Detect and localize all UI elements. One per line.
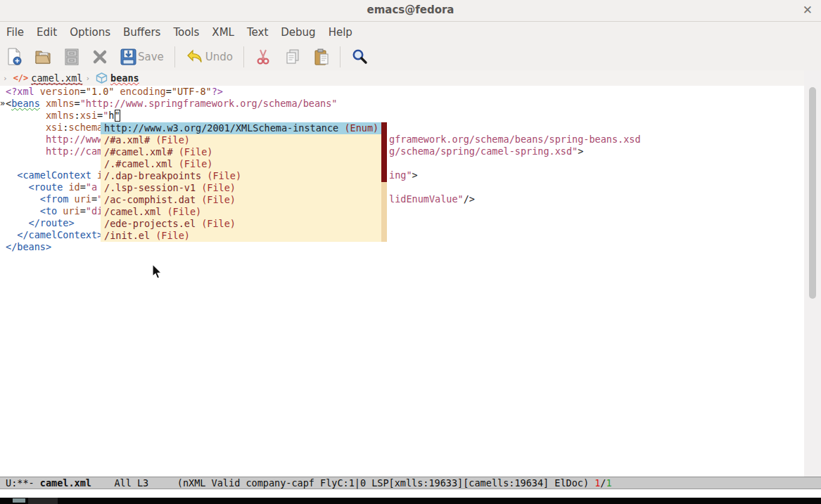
new-file-icon: [6, 48, 22, 66]
search-button[interactable]: [345, 45, 374, 69]
scrollbar-thumb[interactable]: [809, 87, 816, 299]
toolbar: Save Undo: [0, 44, 821, 71]
mode-line[interactable]: U:**- camel.xml All L3 (nXML Valid compa…: [0, 477, 821, 489]
completion-annotation: (File): [201, 182, 236, 193]
menu-item-file[interactable]: File: [0, 22, 30, 39]
menu-item-debug[interactable]: Debug: [274, 22, 322, 39]
popup-scrollbar[interactable]: [381, 122, 387, 242]
completion-annotation: (Enum): [344, 122, 378, 134]
search-icon: [351, 49, 368, 65]
undo-label: Undo: [205, 51, 233, 63]
title-bar: emacs@fedora ✕: [0, 0, 821, 22]
copy-pages-icon: [284, 49, 301, 65]
menu-item-text[interactable]: Text: [241, 22, 274, 39]
completion-popup: http://www.w3.org/2001/XMLSchema-instanc…: [101, 122, 387, 242]
code-line: xmlns:xsi="h": [0, 110, 804, 122]
cube-icon: [96, 72, 108, 84]
clipboard-paste-icon: [314, 49, 329, 65]
file-cabinet-icon: [64, 49, 79, 65]
scissors-icon: [255, 49, 272, 65]
window-title: emacs@fedora: [0, 4, 821, 16]
xml-file-icon: </>: [13, 73, 29, 83]
menu-item-edit[interactable]: Edit: [30, 22, 63, 39]
menu-item-tools[interactable]: Tools: [167, 22, 205, 39]
vertical-scrollbar[interactable]: [804, 70, 821, 480]
open-file-button[interactable]: [28, 45, 58, 69]
close-buffer-button[interactable]: [86, 45, 114, 69]
toolbar-separator: [340, 46, 341, 67]
paste-button[interactable]: [307, 45, 336, 69]
completion-annotation: (File): [155, 134, 190, 146]
code-fragment: gframework.org/schema/beans/spring-beans…: [389, 134, 641, 146]
desktop-fragment: [13, 498, 25, 503]
code-line: </beans>: [0, 241, 804, 253]
completion-item[interactable]: http://www.w3.org/2001/XMLSchema-instanc…: [101, 122, 387, 134]
completion-item[interactable]: /#a.xml# (File): [101, 134, 387, 146]
toolbar-separator: [174, 46, 175, 67]
toolbar-separator: [243, 46, 244, 67]
save-label: Save: [138, 51, 164, 63]
completion-item[interactable]: /.dap-breakpoints (File): [101, 170, 387, 182]
code-fragment: lidEnumValue"/>: [389, 193, 475, 205]
completion-annotation: (File): [201, 194, 236, 205]
breadcrumb-chevron-icon: ›: [85, 74, 90, 83]
code-fragment: ing">: [389, 169, 418, 181]
completion-item[interactable]: /#camel.xml# (File): [101, 146, 387, 158]
completion-item[interactable]: /init.el (File): [101, 230, 387, 242]
save-button[interactable]: Save: [114, 45, 170, 69]
completion-item[interactable]: /.#camel.xml (File): [101, 158, 387, 170]
completion-annotation: (File): [207, 170, 241, 181]
text-cursor: ": [115, 110, 120, 122]
completion-item[interactable]: /.lsp-session-v1 (File): [101, 182, 387, 194]
close-x-icon: [92, 49, 108, 65]
completion-annotation: (File): [167, 206, 201, 217]
completion-annotation: (File): [179, 158, 213, 169]
code-line: »<beans xmlns="http://www.springframewor…: [0, 98, 804, 110]
desktop-fragment: [28, 498, 58, 504]
emacs-window: emacs@fedora ✕ FileEditOptionsBuffersToo…: [0, 0, 821, 498]
undo-button[interactable]: Undo: [179, 45, 239, 69]
save-icon: [120, 49, 136, 65]
menu-item-buffers[interactable]: Buffers: [117, 22, 167, 39]
completion-annotation: (File): [155, 230, 190, 241]
echo-area[interactable]: [0, 489, 821, 498]
undo-arrow-icon: [186, 49, 204, 65]
menu-item-options[interactable]: Options: [63, 22, 117, 39]
fringe-continuation-icon: »: [0, 98, 6, 110]
popup-scrollbar-thumb[interactable]: [381, 122, 387, 182]
completion-annotation: (File): [179, 146, 213, 157]
menu-bar: FileEditOptionsBuffersToolsXMLTextDebugH…: [0, 22, 821, 44]
breadcrumb-file[interactable]: camel.xml: [31, 72, 82, 84]
breadcrumb-element[interactable]: beans: [110, 72, 139, 84]
completion-annotation: (File): [201, 218, 236, 229]
cut-button[interactable]: [248, 45, 278, 69]
completion-item[interactable]: /ede-projects.el (File): [101, 218, 387, 230]
breadcrumb: › </> camel.xml › beans: [0, 70, 821, 86]
code-fragment: g/schema/spring/camel-spring.xsd">: [389, 146, 583, 157]
close-icon[interactable]: ✕: [803, 3, 813, 17]
menu-item-help[interactable]: Help: [322, 22, 359, 39]
dired-button[interactable]: [58, 45, 86, 69]
copy-button[interactable]: [278, 45, 307, 69]
open-folder-icon: [34, 49, 51, 65]
new-file-button[interactable]: [0, 45, 28, 69]
breadcrumb-chevron-icon: ›: [3, 74, 8, 83]
code-line: <?xml version="1.0" encoding="UTF-8"?>: [0, 86, 804, 98]
menu-item-xml[interactable]: XML: [205, 22, 241, 39]
completion-item[interactable]: /ac-comphist.dat (File): [101, 194, 387, 206]
desktop-strip: [0, 498, 821, 504]
completion-item[interactable]: /camel.xml (File): [101, 206, 387, 218]
